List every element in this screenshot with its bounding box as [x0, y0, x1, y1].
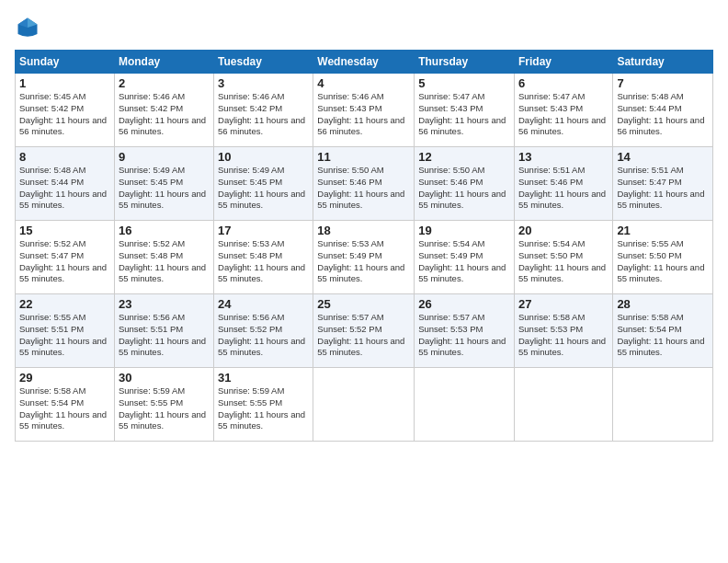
calendar-cell — [415, 368, 515, 442]
day-number: 19 — [418, 224, 510, 237]
day-number: 11 — [317, 150, 410, 164]
day-detail: Sunrise: 5:52 AMSunset: 5:47 PMDaylight:… — [19, 238, 107, 283]
day-detail: Sunrise: 5:49 AMSunset: 5:45 PMDaylight:… — [218, 165, 305, 210]
day-detail: Sunrise: 5:55 AMSunset: 5:50 PMDaylight:… — [617, 238, 704, 283]
day-header-thursday: Thursday — [415, 51, 515, 74]
day-number: 9 — [119, 150, 210, 164]
day-number: 25 — [317, 297, 410, 311]
day-detail: Sunrise: 5:45 AMSunset: 5:42 PMDaylight:… — [19, 91, 107, 136]
day-detail: Sunrise: 5:53 AMSunset: 5:49 PMDaylight:… — [317, 238, 404, 283]
day-detail: Sunrise: 5:48 AMSunset: 5:44 PMDaylight:… — [19, 165, 107, 210]
day-number: 10 — [218, 150, 309, 164]
day-number: 16 — [119, 224, 210, 237]
header — [15, 15, 713, 40]
day-detail: Sunrise: 5:56 AMSunset: 5:52 PMDaylight:… — [218, 312, 305, 357]
day-detail: Sunrise: 5:58 AMSunset: 5:54 PMDaylight:… — [19, 385, 107, 431]
day-number: 29 — [19, 371, 110, 385]
day-detail: Sunrise: 5:50 AMSunset: 5:46 PMDaylight:… — [418, 165, 506, 210]
calendar-cell: 13 Sunrise: 5:51 AMSunset: 5:46 PMDaylig… — [514, 147, 612, 221]
page: SundayMondayTuesdayWednesdayThursdayFrid… — [0, 0, 728, 563]
day-detail: Sunrise: 5:48 AMSunset: 5:44 PMDaylight:… — [617, 91, 704, 136]
day-number: 17 — [218, 224, 309, 237]
day-number: 14 — [617, 150, 709, 164]
day-detail: Sunrise: 5:49 AMSunset: 5:45 PMDaylight:… — [119, 165, 206, 210]
day-number: 2 — [119, 76, 210, 90]
calendar-cell: 18 Sunrise: 5:53 AMSunset: 5:49 PMDaylig… — [313, 221, 415, 294]
day-detail: Sunrise: 5:50 AMSunset: 5:46 PMDaylight:… — [317, 165, 404, 210]
calendar-cell: 24 Sunrise: 5:56 AMSunset: 5:52 PMDaylig… — [214, 294, 313, 368]
day-number: 27 — [518, 297, 609, 311]
day-number: 7 — [617, 76, 709, 90]
calendar-cell: 2 Sunrise: 5:46 AMSunset: 5:42 PMDayligh… — [114, 74, 213, 147]
day-detail: Sunrise: 5:59 AMSunset: 5:55 PMDaylight:… — [119, 385, 206, 431]
day-detail: Sunrise: 5:52 AMSunset: 5:48 PMDaylight:… — [119, 238, 206, 283]
day-number: 12 — [418, 150, 510, 164]
day-number: 3 — [218, 76, 309, 90]
day-number: 4 — [317, 76, 410, 90]
calendar-cell: 26 Sunrise: 5:57 AMSunset: 5:53 PMDaylig… — [415, 294, 515, 368]
day-number: 31 — [218, 371, 309, 385]
day-detail: Sunrise: 5:59 AMSunset: 5:55 PMDaylight:… — [218, 385, 305, 431]
day-detail: Sunrise: 5:47 AMSunset: 5:43 PMDaylight:… — [518, 91, 606, 136]
calendar-cell: 11 Sunrise: 5:50 AMSunset: 5:46 PMDaylig… — [313, 147, 415, 221]
day-detail: Sunrise: 5:51 AMSunset: 5:46 PMDaylight:… — [518, 165, 606, 210]
day-number: 28 — [617, 297, 709, 311]
calendar-table: SundayMondayTuesdayWednesdayThursdayFrid… — [15, 50, 713, 442]
calendar-cell: 17 Sunrise: 5:53 AMSunset: 5:48 PMDaylig… — [214, 221, 313, 294]
calendar-cell: 12 Sunrise: 5:50 AMSunset: 5:46 PMDaylig… — [415, 147, 515, 221]
calendar-cell: 14 Sunrise: 5:51 AMSunset: 5:47 PMDaylig… — [613, 147, 713, 221]
day-header-wednesday: Wednesday — [313, 51, 415, 74]
day-header-friday: Friday — [514, 51, 612, 74]
calendar-cell: 3 Sunrise: 5:46 AMSunset: 5:42 PMDayligh… — [214, 74, 313, 147]
calendar-cell: 5 Sunrise: 5:47 AMSunset: 5:43 PMDayligh… — [415, 74, 515, 147]
day-header-sunday: Sunday — [16, 51, 115, 74]
day-header-tuesday: Tuesday — [214, 51, 313, 74]
calendar-cell: 8 Sunrise: 5:48 AMSunset: 5:44 PMDayligh… — [16, 147, 115, 221]
day-number: 13 — [518, 150, 609, 164]
calendar-cell: 21 Sunrise: 5:55 AMSunset: 5:50 PMDaylig… — [613, 221, 713, 294]
calendar-cell: 22 Sunrise: 5:55 AMSunset: 5:51 PMDaylig… — [16, 294, 115, 368]
day-header-monday: Monday — [114, 51, 213, 74]
calendar-cell: 30 Sunrise: 5:59 AMSunset: 5:55 PMDaylig… — [114, 368, 213, 442]
calendar-cell — [514, 368, 612, 442]
day-detail: Sunrise: 5:46 AMSunset: 5:43 PMDaylight:… — [317, 91, 404, 136]
day-number: 30 — [119, 371, 210, 385]
day-number: 6 — [518, 76, 609, 90]
day-detail: Sunrise: 5:54 AMSunset: 5:49 PMDaylight:… — [418, 238, 506, 283]
calendar-cell: 28 Sunrise: 5:58 AMSunset: 5:54 PMDaylig… — [613, 294, 713, 368]
day-number: 5 — [418, 76, 510, 90]
day-detail: Sunrise: 5:58 AMSunset: 5:54 PMDaylight:… — [617, 312, 704, 357]
day-detail: Sunrise: 5:46 AMSunset: 5:42 PMDaylight:… — [218, 91, 305, 136]
calendar-cell: 16 Sunrise: 5:52 AMSunset: 5:48 PMDaylig… — [114, 221, 213, 294]
calendar-cell — [613, 368, 713, 442]
calendar-cell: 9 Sunrise: 5:49 AMSunset: 5:45 PMDayligh… — [114, 147, 213, 221]
logo — [15, 15, 44, 40]
day-header-saturday: Saturday — [613, 51, 713, 74]
calendar-cell: 19 Sunrise: 5:54 AMSunset: 5:49 PMDaylig… — [415, 221, 515, 294]
day-detail: Sunrise: 5:54 AMSunset: 5:50 PMDaylight:… — [518, 238, 606, 283]
logo-icon — [15, 15, 40, 40]
day-detail: Sunrise: 5:56 AMSunset: 5:51 PMDaylight:… — [119, 312, 206, 357]
day-number: 18 — [317, 224, 410, 237]
day-detail: Sunrise: 5:53 AMSunset: 5:48 PMDaylight:… — [218, 238, 305, 283]
calendar-cell: 1 Sunrise: 5:45 AMSunset: 5:42 PMDayligh… — [16, 74, 115, 147]
calendar-cell: 6 Sunrise: 5:47 AMSunset: 5:43 PMDayligh… — [514, 74, 612, 147]
day-number: 15 — [19, 224, 110, 237]
calendar-cell: 31 Sunrise: 5:59 AMSunset: 5:55 PMDaylig… — [214, 368, 313, 442]
day-number: 1 — [19, 76, 110, 90]
day-number: 20 — [518, 224, 609, 237]
day-number: 26 — [418, 297, 510, 311]
day-number: 22 — [19, 297, 110, 311]
calendar-cell: 4 Sunrise: 5:46 AMSunset: 5:43 PMDayligh… — [313, 74, 415, 147]
calendar-cell — [313, 368, 415, 442]
calendar-cell: 15 Sunrise: 5:52 AMSunset: 5:47 PMDaylig… — [16, 221, 115, 294]
day-number: 23 — [119, 297, 210, 311]
calendar-cell: 20 Sunrise: 5:54 AMSunset: 5:50 PMDaylig… — [514, 221, 612, 294]
day-detail: Sunrise: 5:51 AMSunset: 5:47 PMDaylight:… — [617, 165, 704, 210]
calendar-cell: 27 Sunrise: 5:58 AMSunset: 5:53 PMDaylig… — [514, 294, 612, 368]
day-detail: Sunrise: 5:58 AMSunset: 5:53 PMDaylight:… — [518, 312, 606, 357]
day-number: 24 — [218, 297, 309, 311]
day-number: 21 — [617, 224, 709, 237]
calendar-cell: 29 Sunrise: 5:58 AMSunset: 5:54 PMDaylig… — [16, 368, 115, 442]
day-detail: Sunrise: 5:57 AMSunset: 5:52 PMDaylight:… — [317, 312, 404, 357]
